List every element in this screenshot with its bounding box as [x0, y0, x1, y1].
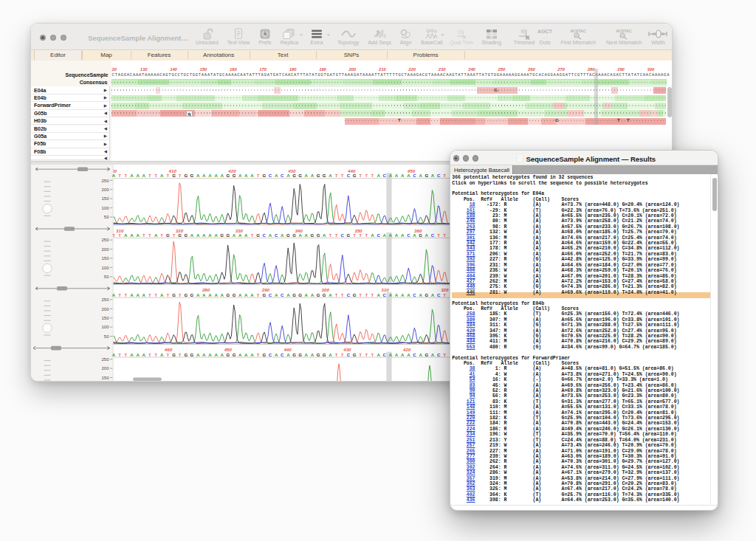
svg-text:T: T: [251, 232, 254, 238]
svg-text:100: 100: [101, 206, 109, 210]
svg-text:A: A: [136, 292, 140, 297]
svg-text:G: G: [298, 352, 302, 357]
svg-text:G: G: [190, 173, 194, 178]
svg-text:A: A: [407, 173, 410, 178]
svg-text:A: A: [238, 292, 242, 297]
svg-text:T: T: [118, 173, 121, 178]
svg-text:T: T: [148, 292, 151, 297]
svg-text:G: G: [172, 292, 176, 297]
svg-text:50: 50: [104, 334, 109, 339]
svg-text:A: A: [401, 173, 405, 178]
svg-text:150: 150: [101, 376, 109, 380]
svg-text:G: G: [425, 352, 428, 357]
svg-text:C: C: [347, 352, 351, 357]
svg-text:A: A: [419, 173, 422, 178]
svg-text:A: A: [389, 173, 393, 178]
svg-text:T: T: [167, 292, 170, 297]
svg-text:G: G: [323, 173, 326, 178]
svg-text:200: 200: [101, 247, 109, 252]
svg-text:C: C: [431, 232, 435, 238]
svg-text:A: A: [130, 292, 134, 297]
svg-text:A: A: [220, 352, 224, 357]
svg-text:T: T: [160, 232, 163, 238]
svg-text:T: T: [179, 173, 182, 178]
svg-text:A: A: [112, 173, 116, 178]
svg-text:A: A: [154, 232, 158, 238]
svg-text:A: A: [395, 352, 399, 357]
svg-text:A: A: [298, 232, 302, 238]
svg-text:C: C: [275, 232, 278, 238]
svg-text:A: A: [305, 352, 309, 357]
svg-text:A: A: [275, 173, 278, 178]
svg-text:G: G: [353, 173, 357, 178]
svg-text:T: T: [257, 173, 260, 178]
svg-text:A: A: [329, 292, 332, 297]
svg-text:T: T: [124, 292, 127, 297]
svg-text:G: G: [172, 173, 176, 178]
svg-text:G: G: [292, 352, 296, 357]
svg-text:C: C: [407, 232, 410, 238]
svg-text:T: T: [154, 173, 157, 178]
svg-text:T: T: [173, 232, 176, 238]
svg-text:G: G: [292, 292, 296, 297]
svg-text:A: A: [275, 292, 278, 297]
svg-text:T: T: [124, 173, 127, 178]
svg-text:T: T: [365, 352, 368, 357]
svg-text:A: A: [407, 352, 410, 357]
svg-text:T: T: [443, 232, 446, 238]
svg-text:A: A: [233, 232, 236, 238]
svg-text:A: A: [371, 232, 374, 238]
svg-text:A: A: [311, 173, 315, 178]
svg-text:C: C: [437, 173, 441, 178]
svg-text:A: A: [419, 292, 422, 297]
svg-text:A: A: [425, 232, 429, 238]
svg-text:200: 200: [101, 187, 109, 192]
svg-text:A: A: [281, 232, 284, 238]
svg-text:A: A: [250, 173, 254, 178]
svg-text:T: T: [359, 292, 362, 297]
svg-text:T: T: [257, 292, 260, 297]
svg-text:T: T: [148, 352, 151, 357]
svg-text:A: A: [112, 352, 116, 357]
svg-text:A: A: [136, 173, 140, 178]
svg-text:A: A: [208, 352, 212, 357]
svg-text:T: T: [353, 232, 356, 238]
svg-text:A: A: [130, 173, 134, 178]
svg-text:A: A: [389, 292, 393, 297]
svg-text:A: A: [196, 292, 200, 297]
svg-text:G: G: [353, 352, 357, 357]
svg-text:T: T: [335, 292, 338, 297]
svg-text:A: A: [142, 292, 146, 297]
svg-text:50: 50: [104, 215, 109, 219]
svg-text:T: T: [437, 232, 440, 238]
svg-text:T: T: [335, 352, 338, 357]
svg-text:A: A: [250, 352, 254, 357]
svg-text:G: G: [172, 352, 176, 357]
svg-text:250: 250: [101, 179, 109, 183]
svg-text:150: 150: [101, 196, 109, 201]
svg-text:C: C: [340, 232, 344, 238]
svg-text:G: G: [166, 232, 170, 238]
svg-text:A: A: [196, 232, 200, 238]
svg-text:C: C: [281, 173, 284, 178]
svg-text:G: G: [298, 173, 302, 178]
svg-text:T: T: [341, 292, 344, 297]
svg-text:C: C: [347, 173, 351, 178]
svg-text:G: G: [311, 232, 315, 238]
svg-text:A: A: [244, 352, 248, 357]
svg-text:T: T: [443, 292, 446, 297]
svg-text:C: C: [269, 173, 272, 178]
svg-text:T: T: [257, 352, 260, 357]
svg-text:A: A: [395, 292, 399, 297]
svg-text:T: T: [365, 292, 368, 297]
svg-text:A: A: [329, 352, 332, 357]
svg-text:A: A: [208, 232, 212, 238]
svg-text:A: A: [160, 173, 164, 178]
svg-text:A: A: [269, 232, 272, 238]
svg-text:G: G: [419, 232, 422, 238]
svg-text:A: A: [214, 173, 218, 178]
svg-text:T: T: [154, 352, 157, 357]
svg-text:G: G: [190, 292, 194, 297]
svg-text:C: C: [413, 352, 416, 357]
svg-text:A: A: [124, 232, 128, 238]
